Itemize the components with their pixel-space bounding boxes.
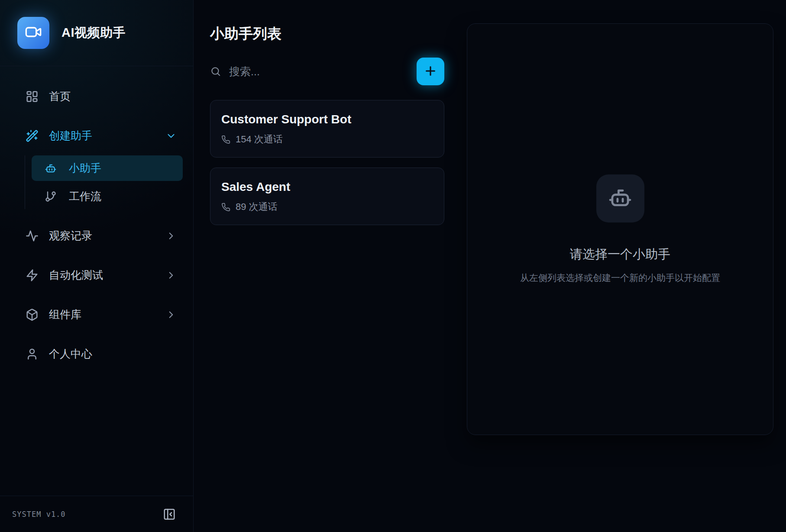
search-box	[210, 65, 410, 78]
sidebar-nav: 首页 创建助手	[0, 66, 193, 496]
assistant-call-count: 154 次通话	[221, 133, 433, 146]
activity-pulse-icon	[26, 229, 39, 242]
assistant-call-count: 89 次通话	[221, 200, 433, 213]
app-root: AI视频助手 首页	[0, 0, 786, 532]
sidebar-item-label: 自动化测试	[49, 268, 103, 282]
detail-panel-container: 请选择一个小助手 从左侧列表选择或创建一个新的小助手以开始配置	[467, 0, 786, 532]
panel-title: 小助手列表	[210, 24, 444, 44]
sidebar-item-label: 创建助手	[49, 129, 92, 143]
create-assistant-submenu: 小助手 工作流	[25, 155, 183, 209]
dashboard-icon	[26, 90, 39, 103]
sidebar-header: AI视频助手	[0, 0, 193, 66]
phone-icon	[221, 135, 230, 144]
assistant-card[interactable]: Customer Support Bot 154 次通话	[210, 100, 444, 158]
sidebar-item-create-assistant[interactable]: 创建助手	[10, 123, 183, 148]
sidebar-item-home[interactable]: 首页	[10, 84, 183, 109]
collapse-sidebar-button[interactable]	[163, 508, 176, 521]
sidebar-item-automated-testing[interactable]: 自动化测试	[10, 262, 183, 288]
assistant-card[interactable]: Sales Agent 89 次通话	[210, 168, 444, 225]
magic-wand-icon	[26, 129, 39, 142]
sidebar-subitem-label: 工作流	[69, 189, 101, 203]
chevron-down-icon	[165, 130, 177, 142]
empty-state-title: 请选择一个小助手	[570, 246, 670, 263]
assistant-name: Sales Agent	[221, 180, 433, 194]
add-assistant-button[interactable]	[417, 58, 444, 85]
sidebar: AI视频助手 首页	[0, 0, 194, 532]
bot-icon	[608, 185, 633, 212]
app-logo	[17, 17, 49, 49]
call-count-label: 89 次通话	[236, 200, 278, 213]
git-branch-icon	[45, 190, 57, 203]
bot-icon	[45, 162, 57, 174]
sidebar-subitem-workflow[interactable]: 工作流	[32, 184, 183, 209]
sidebar-footer: SYSTEM v1.0	[0, 496, 193, 532]
video-camera-icon	[25, 23, 42, 42]
search-icon	[210, 66, 221, 77]
sidebar-item-label: 组件库	[49, 307, 81, 322]
chevron-right-icon	[165, 309, 177, 320]
panel-left-close-icon	[163, 516, 176, 522]
empty-state-icon-box	[596, 174, 644, 222]
lightning-zap-icon	[26, 269, 39, 282]
chevron-right-icon	[165, 230, 177, 242]
sidebar-item-profile[interactable]: 个人中心	[10, 341, 183, 367]
sidebar-item-component-library[interactable]: 组件库	[10, 302, 183, 327]
cube-box-icon	[26, 308, 39, 321]
sidebar-subitem-label: 小助手	[69, 161, 101, 175]
system-version-label: SYSTEM v1.0	[12, 510, 66, 519]
phone-icon	[221, 203, 230, 212]
assistant-list-panel: 小助手列表 Customer Support Bot	[194, 0, 467, 532]
assistant-name: Customer Support Bot	[221, 113, 433, 126]
user-icon	[26, 348, 39, 361]
sidebar-item-label: 个人中心	[49, 347, 92, 361]
chevron-right-icon	[165, 270, 177, 281]
assistant-cards: Customer Support Bot 154 次通话 Sales Agent	[210, 100, 444, 225]
detail-panel: 请选择一个小助手 从左侧列表选择或创建一个新的小助手以开始配置	[467, 23, 773, 435]
sidebar-item-observation-logs[interactable]: 观察记录	[10, 223, 183, 248]
sidebar-item-label: 观察记录	[49, 229, 92, 243]
sidebar-item-label: 首页	[49, 89, 71, 103]
sidebar-subitem-assistants[interactable]: 小助手	[32, 155, 183, 181]
search-input[interactable]	[229, 65, 410, 78]
plus-icon	[424, 64, 437, 79]
search-row	[210, 58, 444, 85]
call-count-label: 154 次通话	[236, 133, 283, 146]
empty-state-subtitle: 从左侧列表选择或创建一个新的小助手以开始配置	[520, 272, 720, 284]
app-title: AI视频助手	[61, 24, 126, 42]
